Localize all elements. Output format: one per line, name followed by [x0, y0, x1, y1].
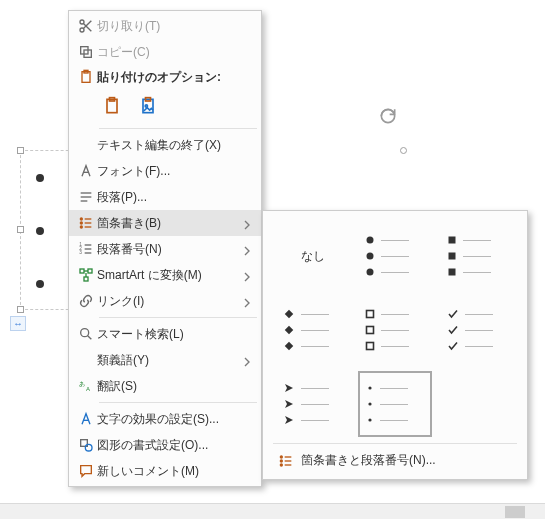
- scissors-icon: [75, 18, 97, 34]
- menu-copy[interactable]: コピー(C): [69, 39, 261, 65]
- svg-point-35: [81, 329, 89, 337]
- menu-bullets[interactable]: 箇条書き(B): [69, 210, 261, 236]
- menu-paragraph[interactable]: 段落(P)...: [69, 184, 261, 210]
- svg-rect-50: [285, 342, 293, 350]
- gallery-more-label: 箇条書きと段落番号(N)...: [301, 452, 436, 469]
- svg-marker-55: [285, 400, 293, 408]
- svg-rect-45: [449, 237, 456, 244]
- gallery-more-bullets[interactable]: 箇条書きと段落番号(N)...: [273, 443, 517, 471]
- search-icon: [75, 326, 97, 342]
- menu-separator: [99, 317, 257, 318]
- paste-options-row: [69, 89, 261, 125]
- chevron-right-icon: [239, 243, 255, 259]
- menu-smart-lookup[interactable]: スマート検索(L): [69, 321, 261, 347]
- chevron-right-icon: [239, 269, 255, 285]
- menu-label: 文字の効果の設定(S)...: [97, 411, 243, 428]
- menu-cut[interactable]: 切り取り(T): [69, 13, 261, 39]
- format-shape-icon: [75, 437, 97, 453]
- slide-canvas: ↔ 切り取り(T) コピー(C) 貼り付けのオプション:: [0, 0, 545, 519]
- bullet-option-square[interactable]: [440, 223, 514, 289]
- menu-label: 新しいコメント(M): [97, 463, 243, 480]
- menu-label: テキスト編集の終了(X): [97, 137, 243, 154]
- horizontal-scrollbar[interactable]: [0, 503, 545, 519]
- menu-separator: [99, 128, 257, 129]
- bullet-option-check[interactable]: [440, 297, 514, 363]
- paste-picture[interactable]: [135, 93, 161, 119]
- svg-point-18: [80, 218, 82, 220]
- menu-label: 図形の書式設定(O)...: [97, 437, 243, 454]
- context-menu: 切り取り(T) コピー(C) 貼り付けのオプション: テキスト編集の終了(: [68, 10, 262, 487]
- svg-point-43: [367, 253, 374, 260]
- bullet-dot: [36, 174, 44, 182]
- menu-new-comment[interactable]: 新しいコメント(M): [69, 458, 261, 484]
- svg-text:3: 3: [79, 250, 82, 255]
- svg-rect-32: [84, 277, 88, 281]
- bullet-option-none[interactable]: なし: [276, 223, 350, 289]
- menu-label: 翻訳(S): [97, 378, 243, 395]
- menu-label: 箇条書き(B): [97, 215, 243, 232]
- bullet-option-diamond[interactable]: [276, 297, 350, 363]
- chevron-right-icon: [239, 217, 255, 233]
- bullet-option-arrow[interactable]: [276, 371, 350, 437]
- menu-convert-smartart[interactable]: SmartArt に変換(M): [69, 262, 261, 288]
- translate-icon: あA: [75, 378, 97, 394]
- menu-label: コピー(C): [97, 44, 243, 61]
- menu-label: 貼り付けのオプション:: [97, 69, 221, 86]
- svg-point-62: [280, 460, 282, 462]
- ruler-indent-marker[interactable]: ↔: [10, 316, 26, 331]
- svg-marker-54: [285, 384, 293, 392]
- svg-rect-46: [449, 253, 456, 260]
- svg-point-60: [280, 456, 282, 458]
- svg-rect-48: [285, 310, 293, 318]
- paste-options-header: 貼り付けのオプション:: [69, 65, 261, 89]
- menu-translate[interactable]: あA 翻訳(S): [69, 373, 261, 399]
- svg-point-0: [381, 109, 394, 122]
- menu-label: スマート検索(L): [97, 326, 243, 343]
- svg-rect-30: [80, 269, 84, 273]
- svg-point-57: [368, 386, 371, 389]
- svg-point-20: [80, 222, 82, 224]
- svg-text:A: A: [86, 386, 90, 392]
- menu-format-shape[interactable]: 図形の書式設定(O)...: [69, 432, 261, 458]
- svg-marker-56: [285, 416, 293, 424]
- svg-point-58: [368, 402, 371, 405]
- chevron-right-icon: [239, 295, 255, 311]
- svg-text:あ: あ: [79, 381, 85, 388]
- comment-icon: [75, 463, 97, 479]
- bullet-option-disc[interactable]: [358, 223, 432, 289]
- svg-rect-52: [367, 327, 374, 334]
- svg-point-41: [85, 444, 92, 451]
- resize-handle[interactable]: [17, 147, 24, 154]
- resize-handle[interactable]: [17, 306, 24, 313]
- resize-handle[interactable]: [17, 226, 24, 233]
- menu-link[interactable]: リンク(I): [69, 288, 261, 314]
- menu-label: 段落(P)...: [97, 189, 243, 206]
- menu-label: フォント(F)...: [97, 163, 243, 180]
- menu-text-effects[interactable]: 文字の効果の設定(S)...: [69, 406, 261, 432]
- svg-point-59: [368, 418, 371, 421]
- scrollbar-thumb[interactable]: [505, 506, 525, 518]
- svg-rect-31: [88, 269, 92, 273]
- menu-label: リンク(I): [97, 293, 243, 310]
- menu-exit-text-edit[interactable]: テキスト編集の終了(X): [69, 132, 261, 158]
- rotate-handle-icon[interactable]: [378, 106, 398, 129]
- svg-rect-49: [285, 326, 293, 334]
- copy-icon: [75, 44, 97, 60]
- bullet-option-hollow-square[interactable]: [358, 297, 432, 363]
- menu-numbering[interactable]: 123 段落番号(N): [69, 236, 261, 262]
- svg-rect-53: [367, 343, 374, 350]
- connection-handle[interactable]: [400, 147, 407, 154]
- numbering-icon: 123: [75, 241, 97, 257]
- smartart-icon: [75, 267, 97, 283]
- bullet-option-dot[interactable]: [358, 371, 432, 437]
- paragraph-icon: [75, 189, 97, 205]
- svg-point-44: [367, 269, 374, 276]
- svg-point-1: [80, 20, 84, 24]
- paste-keep-formatting[interactable]: [99, 93, 125, 119]
- clipboard-icon: [75, 69, 97, 85]
- svg-point-22: [80, 226, 82, 228]
- svg-point-64: [280, 464, 282, 466]
- menu-thesaurus[interactable]: 類義語(Y): [69, 347, 261, 373]
- menu-font[interactable]: フォント(F)...: [69, 158, 261, 184]
- menu-label: 切り取り(T): [97, 18, 243, 35]
